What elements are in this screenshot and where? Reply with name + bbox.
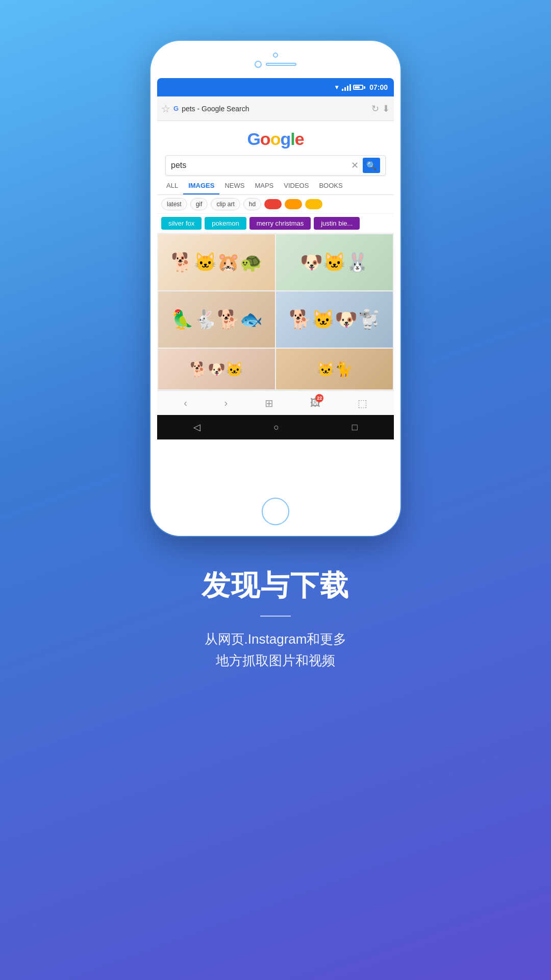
google-logo-area: Google <box>157 121 394 153</box>
android-nav-bar: ◁ ○ □ <box>157 415 394 439</box>
battery-body <box>353 85 363 90</box>
color-filter-red[interactable] <box>264 199 282 209</box>
tab-news[interactable]: NEWS <box>219 178 249 194</box>
subtitle-line2: 地方抓取图片和视频 <box>216 653 335 668</box>
signal-bar-3 <box>347 86 348 91</box>
image-cell-2[interactable]: 🐶🐱🐰 <box>276 234 393 290</box>
filter-chip-pokemon[interactable]: pokemon <box>205 217 246 230</box>
tab-maps[interactable]: MAPS <box>249 178 279 194</box>
camera-dot <box>273 53 278 58</box>
image-cell-6[interactable]: 🐱🐈 <box>276 349 393 389</box>
speaker-grille <box>266 63 296 66</box>
pet-image-5: 🐕🐶🐱 <box>158 349 275 389</box>
back-button[interactable]: ‹ <box>180 393 191 413</box>
signal-icon <box>342 84 351 91</box>
android-recent-button[interactable]: □ <box>352 422 358 433</box>
signal-bar-2 <box>344 87 346 91</box>
logo-l: l <box>290 129 294 149</box>
android-back-button[interactable]: ◁ <box>193 422 201 433</box>
home-button[interactable] <box>262 498 289 525</box>
signal-bar-1 <box>342 89 343 91</box>
logo-o2: o <box>270 129 281 149</box>
filter-chip-clipart[interactable]: clip art <box>211 198 240 210</box>
phone-mockup: ▼ 07:00 <box>151 41 400 536</box>
pet-image-1: 🐕🐱🐹🐢 <box>158 234 275 290</box>
logo-g2: g <box>280 129 290 149</box>
tab-images[interactable]: IMAGES <box>183 178 219 194</box>
color-filter-yellow[interactable] <box>305 199 322 209</box>
google-logo: Google <box>247 129 304 149</box>
main-title: 发现与下载 <box>202 567 349 605</box>
tab-all[interactable]: ALL <box>161 178 183 194</box>
url-bar[interactable]: ☆ G pets - Google Search ↻ ⬇ <box>157 96 394 121</box>
filter-chip-gif[interactable]: gif <box>190 198 208 210</box>
status-bar: ▼ 07:00 <box>157 78 394 96</box>
battery-icon <box>353 85 365 90</box>
google-page: Google pets ✕ 🔍 ALL IMAGES <box>157 121 394 390</box>
pet-image-3: 🦜🐇🐕🐟 <box>158 291 275 348</box>
tabs-count-badge: 22 <box>315 394 323 402</box>
download-icon[interactable]: ⬇ <box>382 103 390 114</box>
google-g-icon: G <box>173 105 179 112</box>
image-cell-4[interactable]: 🐕🐱🐶🐩 <box>276 291 393 348</box>
status-icons: ▼ 07:00 <box>334 83 388 91</box>
search-button[interactable]: 🔍 <box>363 158 380 173</box>
filter-chip-hd[interactable]: hd <box>243 198 261 210</box>
android-home-button[interactable]: ○ <box>273 422 279 433</box>
url-text[interactable]: pets - Google Search <box>182 105 368 113</box>
battery-fill <box>355 86 360 88</box>
filter-chip-merry-christmas[interactable]: merry christmas <box>249 217 311 230</box>
color-filter-orange[interactable] <box>285 199 302 209</box>
share-icon[interactable]: ⬚ <box>354 393 371 413</box>
filter-chip-silver-fox[interactable]: silver fox <box>161 217 202 230</box>
signal-bar-4 <box>349 84 351 91</box>
clear-icon[interactable]: ✕ <box>351 160 359 171</box>
tab-books[interactable]: BOOKS <box>314 178 347 194</box>
search-tabs: ALL IMAGES NEWS MAPS VIDEOS BOOKS <box>157 178 394 195</box>
bookmark-icon[interactable]: ☆ <box>161 103 170 115</box>
tab-videos[interactable]: VIDEOS <box>279 178 314 194</box>
filter-chip-justin[interactable]: justin bie... <box>314 217 360 230</box>
front-camera <box>255 61 262 68</box>
divider <box>260 616 291 617</box>
logo-o1: o <box>260 129 270 149</box>
image-cell-3[interactable]: 🦜🐇🐕🐟 <box>158 291 275 348</box>
pet-image-6: 🐱🐈 <box>276 349 393 389</box>
search-query-text[interactable]: pets <box>171 161 351 170</box>
search-box-container: pets ✕ 🔍 <box>157 153 394 178</box>
forward-button[interactable]: › <box>220 393 232 413</box>
phone-screen: ▼ 07:00 <box>157 78 394 493</box>
wifi-icon: ▼ <box>334 84 340 91</box>
logo-e: e <box>295 129 304 149</box>
filter-chips-row2: silver fox pokemon merry christmas justi… <box>157 214 394 233</box>
image-cell-5[interactable]: 🐕🐶🐱 <box>158 349 275 389</box>
reload-icon[interactable]: ↻ <box>371 103 379 114</box>
search-box[interactable]: pets ✕ 🔍 <box>165 155 386 176</box>
image-grid: 🐕🐱🐹🐢 🐶🐱🐰 🦜🐇🐕🐟 🐕🐱🐶🐩 🐕🐶🐱 <box>157 233 394 390</box>
browser-bottom-nav: ‹ › ⊞ 🖼 22 ⬚ <box>157 390 394 415</box>
phone-frame: ▼ 07:00 <box>151 41 400 536</box>
battery-tip <box>364 86 365 89</box>
pet-image-2: 🐶🐱🐰 <box>276 234 393 290</box>
subtitle: 从网页.Instagram和更多 地方抓取图片和视频 <box>202 629 349 671</box>
pet-image-4: 🐕🐱🐶🐩 <box>276 291 393 348</box>
grid-icon[interactable]: ⊞ <box>261 393 278 413</box>
filter-chip-latest[interactable]: latest <box>161 198 187 210</box>
logo-g: G <box>247 129 260 149</box>
filter-chips-row1: latest gif clip art hd <box>157 195 394 214</box>
image-cell-1[interactable]: 🐕🐱🐹🐢 <box>158 234 275 290</box>
status-time: 07:00 <box>369 83 388 91</box>
bottom-text-section: 发现与下载 从网页.Instagram和更多 地方抓取图片和视频 <box>161 567 390 671</box>
search-magnifier-icon: 🔍 <box>366 161 377 170</box>
tabs-button[interactable]: 🖼 22 <box>306 393 324 413</box>
top-bar <box>255 61 296 68</box>
subtitle-line1: 从网页.Instagram和更多 <box>205 631 347 647</box>
